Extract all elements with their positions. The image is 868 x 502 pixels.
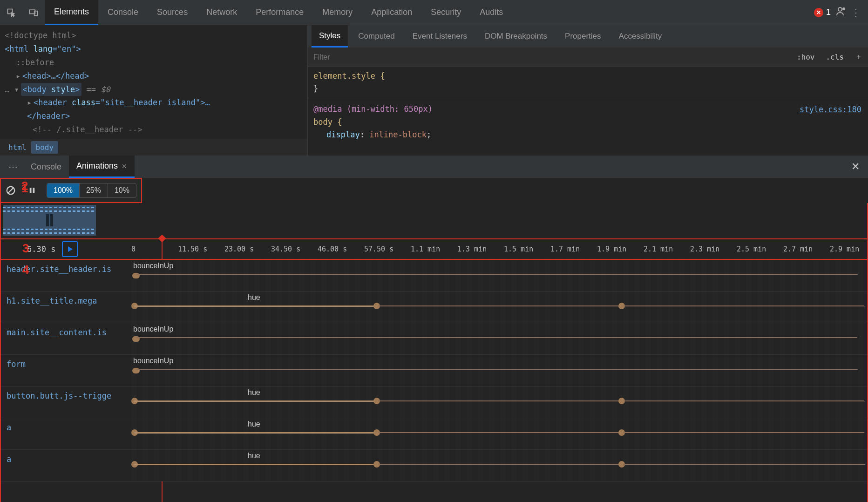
dom-body-close: > [75, 85, 80, 94]
feedback-icon[interactable] [835, 6, 847, 19]
dom-comment: <!-- /.site__header --> [33, 125, 142, 134]
more-icon[interactable]: ⋮ [851, 7, 861, 18]
dom-attr: lang [33, 44, 52, 54]
breadcrumb-html[interactable]: html [4, 141, 31, 154]
animation-name-label: hue [248, 388, 260, 397]
time-tick: 2.1 min [644, 245, 673, 253]
source-link[interactable]: style.css:180 [800, 103, 861, 116]
tab-elements[interactable]: Elements [45, 0, 98, 25]
animation-overview[interactable]: 2 [0, 203, 868, 239]
rule-prop: display [326, 130, 360, 139]
track-row[interactable]: button.butt.js--triggehue [1, 387, 867, 418]
new-rule-button[interactable]: ＋ [849, 52, 868, 62]
track-element-label: main.site__content.is [1, 323, 131, 354]
tab-sources[interactable]: Sources [148, 0, 197, 25]
dom-attr: style [51, 85, 75, 94]
animation-group-thumb[interactable] [3, 205, 96, 236]
track-lane[interactable]: hue [131, 292, 867, 323]
rule-selector: body { [313, 117, 342, 127]
clear-button[interactable] [6, 185, 16, 196]
styles-tab-computed[interactable]: Computed [351, 25, 402, 47]
drawer-tab-animations[interactable]: Animations✕ [69, 156, 135, 178]
animation-bar[interactable] [134, 432, 376, 434]
speed-10[interactable]: 10% [108, 183, 136, 197]
annotation-4: 4 [22, 263, 29, 277]
animation-bar[interactable] [134, 400, 376, 402]
track-lane[interactable]: hue [131, 387, 867, 418]
timeline-header[interactable]: 3 6.30 s 011.50 s23.00 s34.50 s46.00 s57… [0, 239, 868, 260]
track-lane[interactable]: hue [131, 450, 867, 481]
dom-attr: class [72, 98, 95, 107]
iteration-bar [136, 337, 858, 338]
track-row[interactable]: main.site__content.isbounceInUp [1, 323, 867, 355]
track-element-label: a [1, 418, 131, 449]
dom-ellipsis: … [5, 85, 9, 94]
dom-sel-ref: $0 [101, 85, 110, 94]
error-indicator[interactable]: ✕ 1 [814, 7, 831, 17]
styles-tab-properties[interactable]: Properties [557, 25, 608, 47]
iteration-bar [136, 274, 858, 275]
time-tick: 57.50 s [364, 245, 393, 253]
styles-tab-styles[interactable]: Styles [312, 25, 348, 47]
dom-tree[interactable]: <!doctype html> <html lang="en"> ::befor… [0, 25, 307, 139]
tab-network[interactable]: Network [197, 0, 246, 25]
time-ruler[interactable]: 011.50 s23.00 s34.50 s46.00 s57.50 s1.1 … [131, 239, 867, 259]
inspect-icon[interactable] [2, 3, 20, 22]
styles-tab-event-listeners[interactable]: Event Listeners [405, 25, 475, 47]
animation-name-label: bounceInUp [133, 357, 173, 365]
track-row[interactable]: header.site__header.isbounceInUp [1, 260, 867, 292]
track-row[interactable]: ahue [1, 450, 867, 482]
styles-tab-accessibility[interactable]: Accessibility [611, 25, 670, 47]
dom-pseudo: ::before [16, 58, 54, 67]
tab-console[interactable]: Console [98, 0, 148, 25]
track-lane[interactable]: hue [131, 418, 867, 449]
dom-header-rest: ="site__header island">… [95, 98, 210, 107]
tab-application[interactable]: Application [362, 0, 421, 25]
tab-security[interactable]: Security [421, 0, 470, 25]
drawer-tab-console[interactable]: Console [23, 156, 69, 178]
tab-performance[interactable]: Performance [246, 0, 313, 25]
rule-selector: element.style { [313, 71, 385, 81]
styles-filter-input[interactable] [308, 53, 791, 61]
annotation-2: 2 [21, 179, 28, 193]
dom-doctype: <!doctype html> [5, 31, 76, 40]
track-row[interactable]: h1.site__title.megahue [1, 292, 867, 323]
play-button[interactable] [62, 241, 78, 257]
time-tick: 2.7 min [783, 245, 813, 253]
hov-toggle[interactable]: :hov [791, 53, 821, 61]
animation-bar[interactable] [134, 305, 376, 307]
time-tick: 11.50 s [178, 245, 207, 253]
breadcrumb-body[interactable]: body [31, 141, 59, 154]
collapse-icon[interactable]: ▾ [14, 83, 21, 96]
track-lane[interactable]: bounceInUp [131, 355, 867, 386]
expand-icon[interactable]: ▸ [16, 69, 22, 83]
speed-25[interactable]: 25% [80, 183, 108, 197]
drawer-more-icon[interactable]: ⋯ [4, 161, 23, 172]
iteration-bar [136, 369, 858, 370]
time-tick: 2.3 min [690, 245, 719, 253]
device-toggle-icon[interactable] [24, 3, 43, 22]
tab-memory[interactable]: Memory [313, 0, 362, 25]
tab-audits[interactable]: Audits [470, 0, 512, 25]
iteration-bar [623, 464, 865, 465]
styles-tab-dom-breakpoints[interactable]: DOM Breakpoints [477, 25, 555, 47]
drawer-close-icon[interactable]: ✕ [851, 161, 860, 173]
svg-point-4 [843, 8, 845, 10]
animation-bar[interactable] [134, 464, 376, 465]
time-tick: 2.9 min [830, 245, 859, 253]
track-row[interactable]: formbounceInUp [1, 355, 867, 387]
track-lane[interactable]: bounceInUp [131, 323, 867, 354]
expand-icon[interactable]: ▸ [27, 96, 34, 109]
styles-tab-bar: StylesComputedEvent ListenersDOM Breakpo… [308, 25, 868, 47]
svg-rect-8 [33, 188, 35, 193]
annotation-3: 3 [22, 241, 29, 256]
pause-button[interactable] [28, 186, 36, 195]
animation-name-label: bounceInUp [133, 262, 173, 270]
dom-body-open: <body [23, 85, 51, 94]
close-icon[interactable]: ✕ [122, 163, 127, 170]
track-lane[interactable]: bounceInUp [131, 260, 867, 291]
cls-toggle[interactable]: .cls [820, 53, 849, 61]
track-row[interactable]: ahue [1, 418, 867, 450]
speed-100[interactable]: 100% [47, 183, 80, 197]
styles-rules[interactable]: element.style { } @media (min-width: 650… [308, 67, 868, 156]
